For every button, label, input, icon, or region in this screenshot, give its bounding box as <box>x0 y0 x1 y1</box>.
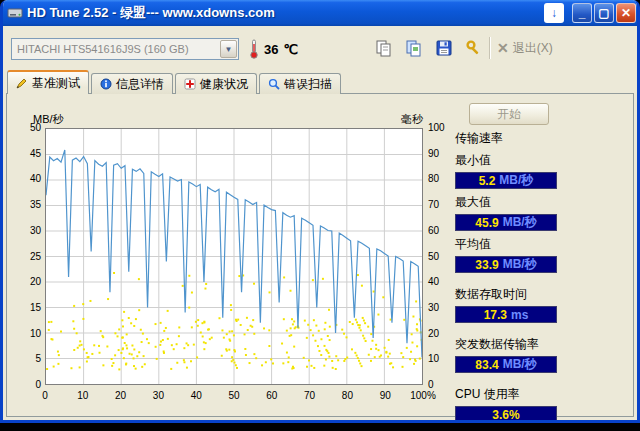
desktop-screen: HD Tune 2.52 - 绿盟--- www.xdowns.com ↓ _ … <box>0 0 640 431</box>
toolbar-buttons <box>371 35 487 61</box>
tick-label: 10 <box>19 328 41 339</box>
access-time-box: 17.3 ms <box>455 306 557 323</box>
avg-value-box: 33.9 MB/秒 <box>455 256 557 273</box>
window-title: HD Tune 2.52 - 绿盟--- www.xdowns.com <box>27 4 542 22</box>
tick-label: 15 <box>19 302 41 313</box>
cpu-usage-label: CPU 使用率 <box>455 386 557 403</box>
drive-select-value: HITACHI HTS541616J9S (160 GB) <box>12 43 220 55</box>
benchmark-tab-icon <box>16 77 28 89</box>
tick-label: 80 <box>330 390 364 401</box>
access-time-value: 17.3 <box>484 308 507 322</box>
tick-label: 10 <box>428 353 439 364</box>
cpu-usage-box: 3.6% <box>455 406 557 423</box>
tab-info[interactable]: 信息详情 <box>91 73 173 94</box>
scan-tab-icon <box>268 78 280 90</box>
max-value-box: 45.9 MB/秒 <box>455 214 557 231</box>
maximize-button[interactable]: ▢ <box>594 3 614 23</box>
cpu-usage-value: 3.6% <box>492 408 519 422</box>
temperature-unit: ℃ <box>283 42 298 57</box>
tick-label: 20 <box>428 328 439 339</box>
max-unit: MB/秒 <box>503 214 537 231</box>
x-axis-ticks: 0102030405060708090100% <box>45 390 423 404</box>
avg-label: 平均值 <box>455 236 557 253</box>
avg-unit: MB/秒 <box>503 256 537 273</box>
transfer-rate-header: 传输速率 <box>455 130 557 147</box>
min-value: 5.2 <box>479 174 496 188</box>
exit-x-icon: ✕ <box>497 40 509 56</box>
tick-label: 60 <box>255 390 289 401</box>
hdtune-window: HD Tune 2.52 - 绿盟--- www.xdowns.com ↓ _ … <box>0 0 640 423</box>
burst-rate-unit: MB/秒 <box>503 356 537 373</box>
save-button[interactable] <box>431 35 457 61</box>
tick-label: 0 <box>428 379 434 390</box>
tab-error-scan-label: 错误扫描 <box>284 76 332 93</box>
left-axis-ticks: 50454035302520151050 <box>19 128 41 385</box>
temperature-value: 36 <box>264 42 278 57</box>
access-time-unit: ms <box>511 308 528 322</box>
tick-label: 70 <box>293 390 327 401</box>
tick-label: 10 <box>66 390 100 401</box>
tick-label: 40 <box>19 173 41 184</box>
tab-info-label: 信息详情 <box>116 76 164 93</box>
settings-button[interactable] <box>461 35 487 61</box>
tick-label: 90 <box>368 390 402 401</box>
right-axis-ticks: 1009080706050403020100 <box>428 128 452 385</box>
min-label: 最小值 <box>455 152 557 169</box>
copy-image-icon <box>405 39 423 57</box>
max-label: 最大值 <box>455 194 557 211</box>
tick-label: 40 <box>428 276 439 287</box>
tick-label: 100% <box>406 390 440 401</box>
tick-label: 40 <box>179 390 213 401</box>
close-button[interactable]: ✕ <box>616 3 636 23</box>
min-unit: MB/秒 <box>499 172 533 189</box>
benchmark-plot <box>45 128 423 385</box>
tab-benchmark[interactable]: 基准测试 <box>7 70 89 94</box>
tick-label: 70 <box>428 199 439 210</box>
save-icon <box>435 39 453 57</box>
tick-label: 20 <box>19 276 41 287</box>
avg-value: 33.9 <box>475 258 498 272</box>
hdd-app-icon <box>7 5 23 21</box>
download-icon[interactable]: ↓ <box>544 3 564 23</box>
tick-label: 0 <box>19 379 41 390</box>
tick-label: 100 <box>428 122 445 133</box>
drive-select[interactable]: HITACHI HTS541616J9S (160 GB) ▼ <box>11 38 239 60</box>
axis-right-title: 毫秒 <box>383 112 423 127</box>
max-value: 45.9 <box>475 216 498 230</box>
dropdown-arrow-icon[interactable]: ▼ <box>220 40 237 58</box>
tick-label: 90 <box>428 148 439 159</box>
tick-label: 35 <box>19 199 41 210</box>
tick-label: 45 <box>19 148 41 159</box>
tick-label: 50 <box>217 390 251 401</box>
toolbar-separator <box>489 37 491 59</box>
exit-label: 退出(X) <box>513 40 553 57</box>
copy-button[interactable] <box>371 35 397 61</box>
start-button[interactable]: 开始 <box>469 103 549 125</box>
tick-label: 50 <box>19 122 41 133</box>
results-panel: 传输速率 最小值 5.2 MB/秒 最大值 45.9 MB/秒 平均值 33.9… <box>455 130 557 423</box>
copy-image-button[interactable] <box>401 35 427 61</box>
tab-error-scan[interactable]: 错误扫描 <box>259 73 341 94</box>
tick-label: 50 <box>428 251 439 262</box>
tab-benchmark-label: 基准测试 <box>32 75 80 92</box>
tick-label: 20 <box>104 390 138 401</box>
title-bar[interactable]: HD Tune 2.52 - 绿盟--- www.xdowns.com ↓ _ … <box>0 0 640 26</box>
tab-health-label: 健康状况 <box>200 76 248 93</box>
temperature-readout: 36 ℃ <box>249 38 298 60</box>
access-time-label: 数据存取时间 <box>455 286 557 303</box>
exit-button[interactable]: ✕ 退出(X) <box>497 35 553 61</box>
burst-rate-box: 83.4 MB/秒 <box>455 356 557 373</box>
tick-label: 30 <box>141 390 175 401</box>
minimize-button[interactable]: _ <box>572 3 592 23</box>
tick-label: 5 <box>19 353 41 364</box>
tick-label: 30 <box>428 302 439 313</box>
burst-rate-value: 83.4 <box>475 358 498 372</box>
tick-label: 80 <box>428 173 439 184</box>
settings-icon <box>465 39 483 57</box>
health-tab-icon <box>184 78 196 90</box>
tick-label: 25 <box>19 251 41 262</box>
tick-label: 0 <box>28 390 62 401</box>
tab-health[interactable]: 健康状况 <box>175 73 257 94</box>
tick-label: 30 <box>19 225 41 236</box>
copy-icon <box>375 39 393 57</box>
